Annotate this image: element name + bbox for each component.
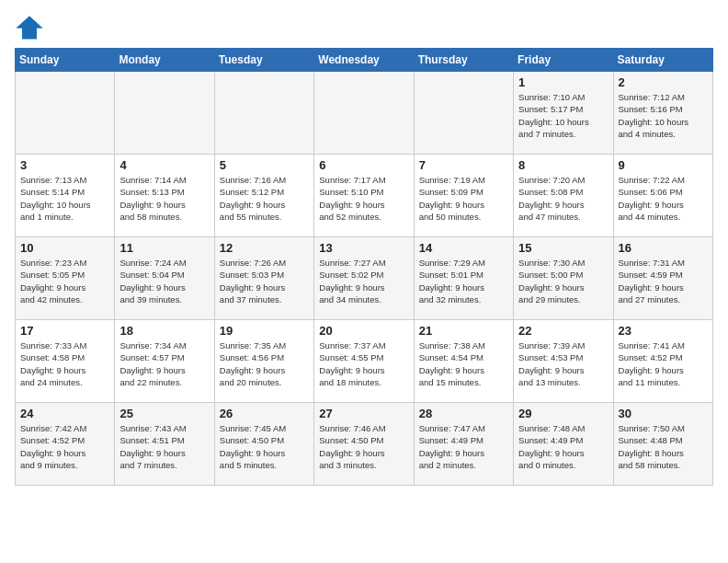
calendar-week-row: 1Sunrise: 7:10 AM Sunset: 5:17 PM Daylig…	[16, 72, 713, 155]
day-info: Sunrise: 7:46 AM Sunset: 4:50 PM Dayligh…	[319, 422, 408, 471]
calendar-cell	[414, 72, 513, 155]
day-number: 18	[119, 324, 209, 338]
svg-marker-1	[17, 17, 43, 29]
calendar-cell: 1Sunrise: 7:10 AM Sunset: 5:17 PM Daylig…	[514, 72, 613, 155]
calendar-cell: 16Sunrise: 7:31 AM Sunset: 4:59 PM Dayli…	[613, 237, 712, 320]
calendar-cell: 26Sunrise: 7:45 AM Sunset: 4:50 PM Dayli…	[214, 403, 313, 486]
day-info: Sunrise: 7:37 AM Sunset: 4:55 PM Dayligh…	[319, 339, 408, 388]
calendar-cell: 12Sunrise: 7:26 AM Sunset: 5:03 PM Dayli…	[214, 237, 313, 320]
logo	[15, 15, 48, 40]
calendar-week-row: 17Sunrise: 7:33 AM Sunset: 4:58 PM Dayli…	[16, 320, 713, 403]
day-number: 1	[518, 75, 608, 89]
day-info: Sunrise: 7:48 AM Sunset: 4:49 PM Dayligh…	[518, 422, 608, 471]
day-number: 5	[220, 158, 309, 172]
day-info: Sunrise: 7:17 AM Sunset: 5:10 PM Dayligh…	[319, 174, 408, 223]
day-number: 2	[619, 75, 708, 89]
day-info: Sunrise: 7:42 AM Sunset: 4:52 PM Dayligh…	[20, 422, 109, 471]
day-info: Sunrise: 7:33 AM Sunset: 4:58 PM Dayligh…	[20, 339, 109, 388]
calendar-week-row: 10Sunrise: 7:23 AM Sunset: 5:05 PM Dayli…	[16, 237, 713, 320]
calendar-cell: 9Sunrise: 7:22 AM Sunset: 5:06 PM Daylig…	[613, 155, 712, 237]
day-number: 28	[419, 407, 508, 420]
calendar-cell: 23Sunrise: 7:41 AM Sunset: 4:52 PM Dayli…	[613, 320, 712, 403]
day-number: 13	[319, 241, 408, 255]
weekday-header-tuesday: Tuesday	[214, 49, 313, 72]
weekday-header-sunday: Sunday	[16, 49, 115, 72]
day-info: Sunrise: 7:10 AM Sunset: 5:17 PM Dayligh…	[518, 91, 608, 140]
day-info: Sunrise: 7:20 AM Sunset: 5:08 PM Dayligh…	[518, 174, 608, 223]
calendar-cell: 25Sunrise: 7:43 AM Sunset: 4:51 PM Dayli…	[115, 403, 214, 486]
day-info: Sunrise: 7:22 AM Sunset: 5:06 PM Dayligh…	[619, 174, 708, 223]
day-info: Sunrise: 7:41 AM Sunset: 4:52 PM Dayligh…	[619, 339, 708, 388]
day-info: Sunrise: 7:38 AM Sunset: 4:54 PM Dayligh…	[419, 339, 508, 388]
day-number: 8	[518, 158, 608, 172]
day-number: 26	[220, 407, 309, 420]
calendar-table: SundayMondayTuesdayWednesdayThursdayFrid…	[15, 48, 713, 486]
day-info: Sunrise: 7:13 AM Sunset: 5:14 PM Dayligh…	[20, 174, 109, 223]
day-number: 20	[319, 324, 408, 338]
calendar-cell	[115, 72, 214, 155]
day-info: Sunrise: 7:19 AM Sunset: 5:09 PM Dayligh…	[419, 174, 508, 223]
calendar-week-row: 24Sunrise: 7:42 AM Sunset: 4:52 PM Dayli…	[16, 403, 713, 486]
day-info: Sunrise: 7:12 AM Sunset: 5:16 PM Dayligh…	[619, 91, 708, 140]
weekday-header-wednesday: Wednesday	[314, 49, 414, 72]
day-number: 3	[20, 158, 109, 172]
calendar-cell: 5Sunrise: 7:16 AM Sunset: 5:12 PM Daylig…	[214, 155, 313, 237]
calendar-cell: 27Sunrise: 7:46 AM Sunset: 4:50 PM Dayli…	[314, 403, 414, 486]
day-number: 23	[619, 324, 708, 338]
weekday-header-row: SundayMondayTuesdayWednesdayThursdayFrid…	[16, 49, 713, 72]
day-info: Sunrise: 7:31 AM Sunset: 4:59 PM Dayligh…	[619, 257, 708, 305]
calendar-week-row: 3Sunrise: 7:13 AM Sunset: 5:14 PM Daylig…	[16, 155, 713, 237]
calendar-cell: 15Sunrise: 7:30 AM Sunset: 5:00 PM Dayli…	[514, 237, 613, 320]
day-number: 16	[619, 241, 708, 255]
day-info: Sunrise: 7:30 AM Sunset: 5:00 PM Dayligh…	[518, 257, 608, 305]
day-info: Sunrise: 7:24 AM Sunset: 5:04 PM Dayligh…	[119, 257, 209, 305]
weekday-header-saturday: Saturday	[613, 49, 712, 72]
day-info: Sunrise: 7:34 AM Sunset: 4:57 PM Dayligh…	[119, 339, 209, 388]
day-info: Sunrise: 7:26 AM Sunset: 5:03 PM Dayligh…	[220, 257, 309, 305]
calendar-cell: 22Sunrise: 7:39 AM Sunset: 4:53 PM Dayli…	[514, 320, 613, 403]
day-number: 11	[119, 241, 209, 255]
day-info: Sunrise: 7:23 AM Sunset: 5:05 PM Dayligh…	[20, 257, 109, 305]
day-number: 7	[419, 158, 508, 172]
calendar-cell	[314, 72, 414, 155]
day-number: 21	[419, 324, 508, 338]
weekday-header-friday: Friday	[514, 49, 613, 72]
calendar-cell: 14Sunrise: 7:29 AM Sunset: 5:01 PM Dayli…	[414, 237, 513, 320]
day-info: Sunrise: 7:35 AM Sunset: 4:56 PM Dayligh…	[220, 339, 309, 388]
calendar-cell	[16, 72, 115, 155]
calendar-cell: 7Sunrise: 7:19 AM Sunset: 5:09 PM Daylig…	[414, 155, 513, 237]
calendar-cell: 21Sunrise: 7:38 AM Sunset: 4:54 PM Dayli…	[414, 320, 513, 403]
day-info: Sunrise: 7:39 AM Sunset: 4:53 PM Dayligh…	[518, 339, 608, 388]
calendar-cell: 3Sunrise: 7:13 AM Sunset: 5:14 PM Daylig…	[16, 155, 115, 237]
day-number: 4	[119, 158, 209, 172]
day-number: 15	[518, 241, 608, 255]
day-info: Sunrise: 7:47 AM Sunset: 4:49 PM Dayligh…	[419, 422, 508, 471]
calendar-cell: 19Sunrise: 7:35 AM Sunset: 4:56 PM Dayli…	[214, 320, 313, 403]
weekday-header-thursday: Thursday	[414, 49, 513, 72]
calendar-cell: 30Sunrise: 7:50 AM Sunset: 4:48 PM Dayli…	[613, 403, 712, 486]
calendar-cell: 8Sunrise: 7:20 AM Sunset: 5:08 PM Daylig…	[514, 155, 613, 237]
day-number: 6	[319, 158, 408, 172]
calendar-cell: 28Sunrise: 7:47 AM Sunset: 4:49 PM Dayli…	[414, 403, 513, 486]
calendar-cell: 2Sunrise: 7:12 AM Sunset: 5:16 PM Daylig…	[613, 72, 712, 155]
calendar-cell: 24Sunrise: 7:42 AM Sunset: 4:52 PM Dayli…	[16, 403, 115, 486]
calendar-cell	[214, 72, 313, 155]
weekday-header-monday: Monday	[115, 49, 214, 72]
day-info: Sunrise: 7:16 AM Sunset: 5:12 PM Dayligh…	[220, 174, 309, 223]
day-number: 12	[220, 241, 309, 255]
day-number: 19	[220, 324, 309, 338]
calendar-cell: 6Sunrise: 7:17 AM Sunset: 5:10 PM Daylig…	[314, 155, 414, 237]
day-number: 10	[20, 241, 109, 255]
day-number: 22	[518, 324, 608, 338]
day-info: Sunrise: 7:50 AM Sunset: 4:48 PM Dayligh…	[619, 422, 708, 471]
day-number: 30	[619, 407, 708, 420]
day-number: 29	[518, 407, 608, 420]
day-number: 17	[20, 324, 109, 338]
page-header	[15, 15, 713, 40]
day-number: 24	[20, 407, 109, 420]
calendar-cell: 13Sunrise: 7:27 AM Sunset: 5:02 PM Dayli…	[314, 237, 414, 320]
day-info: Sunrise: 7:14 AM Sunset: 5:13 PM Dayligh…	[119, 174, 209, 223]
calendar-cell: 29Sunrise: 7:48 AM Sunset: 4:49 PM Dayli…	[514, 403, 613, 486]
logo-icon	[15, 15, 44, 40]
calendar-cell: 20Sunrise: 7:37 AM Sunset: 4:55 PM Dayli…	[314, 320, 414, 403]
